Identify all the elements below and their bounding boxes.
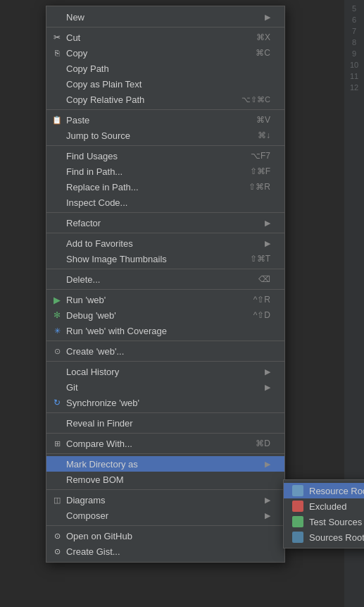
menu-item-debug-web-label: Debug 'web' (66, 310, 239, 321)
jump-shortcut: ⌘↓ (258, 130, 270, 140)
menu-item-open-github[interactable]: ⊙ Open on GitHub (46, 528, 284, 544)
menu-item-cut-label: Cut (66, 32, 242, 43)
menu-item-reveal-finder[interactable]: Reveal in Finder (46, 415, 284, 431)
separator-12 (46, 453, 284, 454)
diagrams-arrow: ▶ (265, 496, 270, 505)
menu-item-inspect-code[interactable]: Inspect Code... (46, 195, 284, 210)
menu-item-local-history-label: Local History (66, 367, 259, 377)
menu-item-copy-path-label: Copy Path (66, 63, 270, 74)
menu-item-debug-web[interactable]: ✻ Debug 'web' ^⇧D (46, 307, 284, 323)
menu-item-copy[interactable]: ⎘ Copy ⌘C (46, 45, 284, 61)
menu-item-copy-relative[interactable]: Copy Relative Path ⌥⇧⌘C (46, 92, 284, 107)
menu-item-compare-with-label: Compare With... (66, 439, 241, 449)
submenu-item-resource-root[interactable]: Resource Root (284, 483, 364, 498)
run-icon: ▶ (51, 295, 63, 305)
separator-14 (46, 525, 284, 526)
replace-path-shortcut: ⇧⌘R (249, 182, 270, 192)
menu-item-copy-path[interactable]: Copy Path (46, 61, 284, 76)
separator-6 (46, 269, 284, 269)
separator-5 (46, 233, 284, 233)
paste-shortcut: ⌘V (256, 115, 270, 125)
menu-item-new[interactable]: New ▶ (46, 9, 284, 25)
menu-item-create-gist[interactable]: ⊙ Create Gist... (46, 544, 284, 559)
menu-item-refactor-label: Refactor (66, 218, 259, 228)
test-sources-icon (292, 516, 303, 527)
menu-item-find-path[interactable]: Find in Path... ⇧⌘F (46, 164, 284, 179)
menu-item-remove-bom[interactable]: Remove BOM (46, 472, 284, 487)
excluded-icon (292, 501, 303, 512)
menu-item-paste-label: Paste (66, 115, 242, 125)
menu-item-diagrams[interactable]: ◫ Diagrams ▶ (46, 492, 284, 508)
debug-icon: ✻ (51, 310, 63, 320)
paste-icon: 📋 (51, 116, 63, 125)
menu-item-synchronize[interactable]: ↻ Synchronize 'web' (46, 395, 284, 410)
menu-item-jump-label: Jump to Source (66, 130, 244, 141)
menu-item-paste[interactable]: 📋 Paste ⌘V (46, 112, 284, 128)
menu-item-open-github-label: Open on GitHub (66, 531, 270, 541)
separator-10 (46, 412, 284, 413)
cut-shortcut: ⌘X (256, 32, 270, 42)
separator-13 (46, 489, 284, 490)
submenu-item-sources-root[interactable]: Sources Root (284, 529, 364, 545)
menu-item-show-image[interactable]: Show Image Thumbnails ⇧⌘T (46, 251, 284, 266)
menu-item-create-web[interactable]: ⊙ Create 'web'... (46, 343, 284, 359)
github-icon-2: ⊙ (51, 547, 63, 556)
compare-icon: ⊞ (51, 439, 63, 448)
coverage-icon: ✳ (51, 326, 63, 336)
menu-item-composer[interactable]: Composer ▶ (46, 508, 284, 523)
submenu-mark-directory: Resource Root Excluded Test Sources Root… (283, 479, 364, 548)
submenu-resource-root-label: Resource Root (309, 486, 364, 496)
menu-item-coverage-web[interactable]: ✳ Run 'web' with Coverage (46, 323, 284, 338)
separator-2 (46, 109, 284, 110)
menu-item-copy-plain[interactable]: Copy as Plain Text (46, 76, 284, 92)
menu-item-add-favorites-label: Add to Favorites (66, 238, 259, 249)
menu-item-create-gist-label: Create Gist... (66, 546, 270, 557)
compare-shortcut: ⌘D (256, 439, 270, 448)
submenu-excluded-label: Excluded (309, 501, 346, 512)
menu-item-find-usages[interactable]: Find Usages ⌥F7 (46, 148, 284, 164)
favorites-arrow: ▶ (265, 239, 270, 248)
separator-9 (46, 361, 284, 362)
local-history-arrow: ▶ (265, 367, 270, 376)
new-arrow: ▶ (265, 13, 270, 22)
menu-item-mark-directory[interactable]: Mark Directory as ▶ (46, 456, 284, 472)
menu-item-git[interactable]: Git ▶ (46, 379, 284, 395)
cut-icon: ✂ (51, 32, 63, 42)
resource-root-icon (292, 485, 303, 496)
menu-item-jump[interactable]: Jump to Source ⌘↓ (46, 128, 284, 143)
menu-item-local-history[interactable]: Local History ▶ (46, 364, 284, 379)
debug-web-shortcut: ^⇧D (253, 310, 270, 320)
menu-item-refactor[interactable]: Refactor ▶ (46, 215, 284, 231)
menu-item-create-web-label: Create 'web'... (66, 346, 270, 357)
mark-directory-arrow: ▶ (265, 460, 270, 469)
menu-item-copy-plain-label: Copy as Plain Text (66, 79, 270, 90)
menu-item-delete[interactable]: Delete... ⌫ (46, 271, 284, 287)
submenu-item-test-sources[interactable]: Test Sources Root (284, 514, 364, 529)
copy-icon: ⎘ (51, 49, 63, 57)
menu-item-cut[interactable]: ✂ Cut ⌘X (46, 30, 284, 45)
menu-item-compare-with[interactable]: ⊞ Compare With... ⌘D (46, 436, 284, 451)
menu-item-replace-path-label: Replace in Path... (66, 182, 234, 192)
menu-item-copy-relative-label: Copy Relative Path (66, 94, 227, 105)
delete-shortcut: ⌫ (258, 274, 270, 284)
separator-8 (46, 341, 284, 341)
submenu-item-excluded[interactable]: Excluded (284, 498, 364, 514)
menu-item-add-favorites[interactable]: Add to Favorites ▶ (46, 235, 284, 251)
git-arrow: ▶ (265, 383, 270, 392)
separator-4 (46, 212, 284, 213)
find-path-shortcut: ⇧⌘F (250, 166, 270, 176)
menu-item-new-label: New (66, 12, 259, 23)
sources-root-icon (292, 532, 303, 543)
show-image-shortcut: ⇧⌘T (250, 254, 270, 264)
menu-item-mark-directory-label: Mark Directory as (66, 459, 259, 470)
menu-item-replace-path[interactable]: Replace in Path... ⇧⌘R (46, 179, 284, 195)
diagrams-icon: ◫ (51, 496, 63, 505)
context-menu: New ▶ ✂ Cut ⌘X ⎘ Copy ⌘C Copy Path Copy … (46, 6, 285, 563)
menu-item-run-web[interactable]: ▶ Run 'web' ^⇧R (46, 292, 284, 307)
separator-7 (46, 289, 284, 290)
menu-item-diagrams-label: Diagrams (66, 495, 259, 505)
menu-item-reveal-finder-label: Reveal in Finder (66, 418, 270, 429)
menu-item-find-path-label: Find in Path... (66, 166, 236, 177)
submenu-test-sources-label: Test Sources Root (309, 517, 364, 527)
menu-item-run-web-label: Run 'web' (66, 295, 239, 305)
